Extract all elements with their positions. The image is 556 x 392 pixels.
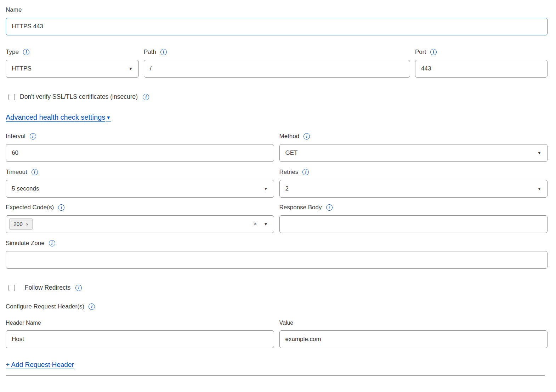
info-icon[interactable]: i bbox=[326, 204, 333, 211]
interval-field: Interval i bbox=[6, 133, 274, 162]
response-body-input[interactable] bbox=[279, 215, 548, 233]
ssl-verify-checkbox[interactable] bbox=[8, 94, 15, 100]
path-field: Path i bbox=[144, 49, 410, 78]
request-headers-section: Configure Request Header(s) i bbox=[6, 303, 548, 310]
retries-select[interactable]: 2 ▼ bbox=[279, 180, 548, 198]
code-tag-value: 200 bbox=[13, 221, 23, 227]
info-icon[interactable]: i bbox=[75, 285, 82, 291]
method-select[interactable]: GET ▼ bbox=[279, 144, 548, 162]
port-input[interactable] bbox=[415, 60, 548, 78]
header-value-input[interactable] bbox=[279, 330, 548, 348]
info-icon[interactable]: i bbox=[143, 94, 149, 100]
header-name-label: Header Name bbox=[6, 320, 41, 326]
follow-redirects-checkbox[interactable] bbox=[8, 285, 15, 291]
advanced-settings-link-text: Advanced health check settings bbox=[6, 113, 105, 121]
chevron-down-icon: ▼ bbox=[264, 222, 268, 226]
response-body-field: Response Body i bbox=[279, 204, 548, 233]
type-select-value: HTTPS bbox=[12, 65, 32, 72]
interval-label: Interval bbox=[6, 133, 25, 140]
ssl-verify-row: Don't verify SSL/TLS certificates (insec… bbox=[6, 93, 548, 101]
type-field: Type i HTTPS ▼ bbox=[6, 49, 139, 78]
chevron-down-icon: ▼ bbox=[129, 67, 133, 71]
expected-codes-multiselect[interactable]: 200 × × ▼ bbox=[6, 215, 274, 233]
section-divider bbox=[6, 375, 545, 376]
name-input[interactable] bbox=[6, 18, 548, 35]
info-icon[interactable]: i bbox=[302, 169, 309, 175]
retries-select-value: 2 bbox=[285, 185, 289, 192]
name-field: Name bbox=[6, 6, 548, 35]
response-body-label: Response Body bbox=[279, 204, 322, 211]
header-value-label: Value bbox=[279, 320, 294, 326]
timeout-label: Timeout bbox=[6, 169, 27, 176]
info-icon[interactable]: i bbox=[32, 169, 38, 175]
retries-label: Retries bbox=[279, 169, 299, 176]
timeout-field: Timeout i 5 seconds ▼ bbox=[6, 169, 274, 198]
header-name-field: Header Name bbox=[6, 320, 274, 348]
timeout-select-value: 5 seconds bbox=[12, 185, 39, 192]
header-row: Header Name Value bbox=[6, 320, 548, 348]
method-select-value: GET bbox=[285, 149, 298, 157]
type-path-port-row: Type i HTTPS ▼ Path i Port i bbox=[6, 49, 548, 78]
advanced-settings-link[interactable]: Advanced health check settings▼ bbox=[6, 113, 111, 121]
chevron-down-icon: ▼ bbox=[537, 151, 541, 155]
path-label: Path bbox=[144, 49, 156, 56]
info-icon[interactable]: i bbox=[30, 133, 36, 140]
chevron-down-icon: ▼ bbox=[264, 187, 268, 191]
info-icon[interactable]: i bbox=[160, 49, 167, 55]
simulate-zone-label: Simulate Zone bbox=[6, 240, 45, 247]
simulate-zone-field: Simulate Zone i bbox=[6, 240, 548, 269]
follow-redirects-label: Follow Redirects bbox=[25, 284, 70, 291]
chevron-down-icon: ▼ bbox=[537, 187, 541, 191]
method-field: Method i GET ▼ bbox=[279, 133, 548, 162]
follow-redirects-row: Follow Redirects i bbox=[6, 284, 548, 291]
header-value-field: Value bbox=[279, 320, 548, 348]
path-input[interactable] bbox=[144, 60, 410, 78]
add-request-header-link[interactable]: + Add Request Header bbox=[6, 361, 74, 369]
ssl-verify-label: Don't verify SSL/TLS certificates (insec… bbox=[20, 93, 138, 101]
info-icon[interactable]: i bbox=[23, 49, 29, 55]
info-icon[interactable]: i bbox=[303, 133, 310, 140]
retries-field: Retries i 2 ▼ bbox=[279, 169, 548, 198]
info-icon[interactable]: i bbox=[89, 303, 95, 310]
timeout-select[interactable]: 5 seconds ▼ bbox=[6, 180, 274, 198]
remove-tag-icon[interactable]: × bbox=[26, 222, 29, 227]
clear-all-icon[interactable]: × bbox=[254, 221, 257, 227]
header-name-input[interactable] bbox=[6, 330, 274, 348]
code-tag: 200 × bbox=[9, 218, 33, 230]
timeout-retries-row: Timeout i 5 seconds ▼ Retries i 2 ▼ bbox=[6, 169, 548, 198]
expected-codes-label: Expected Code(s) bbox=[6, 204, 54, 211]
port-field: Port i bbox=[415, 49, 548, 78]
chevron-down-icon: ▼ bbox=[106, 115, 111, 120]
info-icon[interactable]: i bbox=[49, 240, 55, 246]
port-label: Port bbox=[415, 49, 426, 56]
type-label: Type bbox=[6, 49, 19, 56]
info-icon[interactable]: i bbox=[58, 204, 64, 211]
codes-body-row: Expected Code(s) i 200 × × ▼ Response Bo… bbox=[6, 204, 548, 233]
info-icon[interactable]: i bbox=[430, 49, 437, 55]
interval-input[interactable] bbox=[6, 144, 274, 162]
interval-method-row: Interval i Method i GET ▼ bbox=[6, 133, 548, 162]
simulate-zone-input[interactable] bbox=[6, 251, 548, 269]
name-label: Name bbox=[6, 6, 22, 13]
request-headers-section-label: Configure Request Header(s) bbox=[6, 303, 84, 310]
expected-codes-field: Expected Code(s) i 200 × × ▼ bbox=[6, 204, 274, 233]
type-select[interactable]: HTTPS ▼ bbox=[6, 60, 139, 78]
method-label: Method bbox=[279, 133, 300, 140]
